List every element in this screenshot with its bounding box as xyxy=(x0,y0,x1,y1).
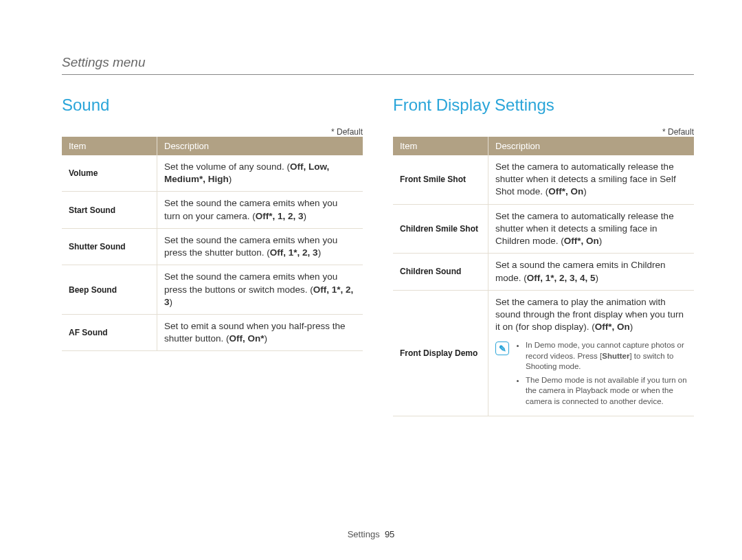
item-name: Shutter Sound xyxy=(62,228,157,265)
sound-heading: Sound xyxy=(62,96,363,115)
item-desc: Set the volume of any sound. (Off, Low, … xyxy=(157,155,363,192)
item-desc: Set the sound the camera emits when you … xyxy=(157,228,363,265)
item-desc: Set the camera to automatically release … xyxy=(488,155,695,204)
table-row: Volume Set the volume of any sound. (Off… xyxy=(62,155,363,192)
item-desc: Set a sound the camera emits in Children… xyxy=(488,254,695,290)
item-desc: Set the camera to play the animation wit… xyxy=(488,290,695,416)
table-row: Children Smile Shot Set the camera to au… xyxy=(393,204,694,254)
page-number: 95 xyxy=(385,529,394,539)
item-name: Beep Sound xyxy=(62,265,157,315)
item-desc: Set the sound the camera emits when you … xyxy=(157,192,363,228)
note-box: ✎ In Demo mode, you cannot capture photo… xyxy=(495,340,687,410)
page-footer: Settings 95 xyxy=(0,529,742,539)
table-row: Beep Sound Set the sound the camera emit… xyxy=(62,265,363,315)
default-note-right: * Default xyxy=(393,127,694,137)
item-name: Volume xyxy=(62,155,157,192)
table-row: Start Sound Set the sound the camera emi… xyxy=(62,192,363,228)
front-display-table: Item Description Front Smile Shot Set th… xyxy=(393,137,694,416)
col-item-header: Item xyxy=(393,137,488,155)
left-column: Sound * Default Item Description Volume … xyxy=(62,96,363,416)
note-icon: ✎ xyxy=(495,341,509,355)
item-name: AF Sound xyxy=(62,314,157,350)
front-display-heading: Front Display Settings xyxy=(393,96,694,115)
item-name: Start Sound xyxy=(62,192,157,228)
item-desc: Set the camera to automatically release … xyxy=(488,204,695,254)
two-column-layout: Sound * Default Item Description Volume … xyxy=(62,96,694,416)
col-desc-header: Description xyxy=(488,137,695,155)
col-item-header: Item xyxy=(62,137,157,155)
item-name: Children Smile Shot xyxy=(393,204,488,254)
table-row: Children Sound Set a sound the camera em… xyxy=(393,254,694,290)
manual-page: Settings menu Sound * Default Item Descr… xyxy=(0,0,742,560)
note-item: The Demo mode is not available if you tu… xyxy=(526,375,687,407)
item-desc: Set the sound the camera emits when you … xyxy=(157,265,363,315)
item-name: Front Smile Shot xyxy=(393,155,488,204)
table-row: Front Display Demo Set the camera to pla… xyxy=(393,290,694,416)
footer-label: Settings xyxy=(348,529,380,539)
default-note-left: * Default xyxy=(62,127,363,137)
item-desc: Set to emit a sound when you half-press … xyxy=(157,314,363,350)
section-title: Settings menu xyxy=(62,55,694,75)
table-row: Shutter Sound Set the sound the camera e… xyxy=(62,228,363,265)
table-row: Front Smile Shot Set the camera to autom… xyxy=(393,155,694,204)
item-name: Front Display Demo xyxy=(393,290,488,416)
note-item: In Demo mode, you cannot capture photos … xyxy=(526,340,687,372)
col-desc-header: Description xyxy=(157,137,363,155)
sound-table: Item Description Volume Set the volume o… xyxy=(62,137,363,351)
table-row: AF Sound Set to emit a sound when you ha… xyxy=(62,314,363,350)
right-column: Front Display Settings * Default Item De… xyxy=(393,96,694,416)
note-list: In Demo mode, you cannot capture photos … xyxy=(515,340,687,410)
item-name: Children Sound xyxy=(393,254,488,290)
